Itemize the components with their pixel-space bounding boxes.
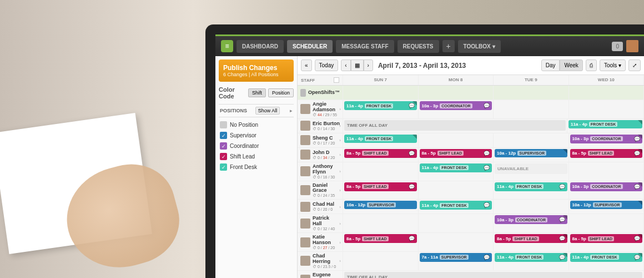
day-cell[interactable]: 10a - 3pCOORDINATOR💬 [419, 100, 494, 118]
expand-arrow-icon[interactable]: › [339, 187, 341, 192]
staff-cell[interactable]: Anthony Flynn⏱ 0 / 16 / 30› [298, 162, 343, 181]
chat-icon[interactable]: 💬 [484, 151, 490, 156]
shift-block[interactable]: 10a - 3pCOORDINATOR💬 [495, 215, 567, 224]
nav-requests[interactable]: REQUESTS [398, 40, 439, 53]
staff-cell[interactable]: Angie Adamson⏱ 44 / 29 / 55› [298, 100, 343, 118]
shift-block[interactable]: 11a - 4pFRONT DESK💬 [495, 253, 567, 262]
day-cell[interactable]: 8a - 5pSHIFT LEAD💬 [494, 233, 569, 251]
day-cell[interactable] [343, 252, 419, 270]
shift-block[interactable]: 10a - 3pCOORDINATOR💬 [570, 182, 643, 191]
timeoff-block[interactable]: TIME OFF ALL DAY [344, 120, 566, 131]
shift-block[interactable]: 8a - 5pSHIFT LEAD💬 [344, 234, 417, 243]
color-code-shift[interactable]: Shift [248, 88, 266, 97]
show-all-button[interactable]: Show All [255, 107, 280, 115]
day-cell[interactable] [419, 233, 494, 251]
expand-arrow-icon[interactable]: › [339, 240, 341, 245]
day-cell[interactable]: 11a - 4pFRONT DESK💬 [569, 252, 645, 270]
shift-block[interactable]: 8a - 5pSHIFT LEAD💬 [344, 149, 417, 158]
day-cell[interactable]: 10a - 3pCOORDINATOR💬 [569, 181, 645, 200]
expand-arrow-icon[interactable]: › [339, 204, 341, 209]
day-cell[interactable]: 11a - 4pFRONT DESK💬 [419, 200, 494, 214]
shift-block[interactable]: 11a - 4pFRONT DESK [568, 120, 642, 128]
staff-cell[interactable]: Chad Hal⏱ 0 / 20 / 0› [298, 200, 343, 214]
chat-icon[interactable]: 💬 [409, 184, 415, 190]
chat-icon[interactable]: 💬 [409, 151, 415, 156]
day-cell[interactable] [343, 214, 419, 232]
day-cell[interactable]: 11a - 4pFRONT DESK [567, 119, 644, 133]
shift-block[interactable]: 10a - 12pSUPERVISOR [344, 201, 417, 209]
positions-expand-icon[interactable]: ▸ [290, 108, 293, 113]
nav-message-staff[interactable]: MESSAGE STAFF [336, 40, 394, 53]
shift-block[interactable]: 11a - 4pFRONT DESK [344, 135, 417, 143]
day-cell[interactable] [494, 133, 569, 147]
next-week-button[interactable]: › [364, 59, 373, 71]
position-filter-item[interactable]: No Position [219, 120, 294, 130]
staff-cell[interactable]: John D⏱ 0 / 34 / 20› [298, 148, 343, 162]
publish-changes-button[interactable]: Publish Changes 6 Changes | All Position… [219, 59, 294, 82]
day-cell[interactable]: 8a - 5pSHIFT LEAD💬 [569, 148, 645, 162]
openshifts-row[interactable]: OpenShifts™ [298, 86, 644, 100]
notification-count[interactable]: 0 [612, 42, 623, 51]
day-cell[interactable]: 10a - 3pCOORDINATOR💬 [569, 133, 645, 147]
shift-block[interactable]: 11a - 4pFRONT DESK💬 [344, 101, 417, 110]
shift-block[interactable]: 11a - 4pFRONT DESK💬 [420, 201, 492, 210]
shift-block[interactable]: 10a - 12pSUPERVISOR [495, 149, 567, 157]
chat-icon[interactable]: 💬 [484, 103, 490, 108]
expand-arrow-icon[interactable]: › [339, 123, 341, 128]
day-cell[interactable] [419, 181, 494, 200]
nav-toolbox[interactable]: TOOLBOX ▾ [458, 40, 501, 53]
day-cell[interactable]: 10a - 12pSUPERVISOR [343, 200, 419, 214]
shift-block[interactable]: 10a - 3pCOORDINATOR💬 [570, 135, 643, 143]
day-cell[interactable] [569, 214, 645, 232]
select-all-checkbox[interactable] [334, 77, 339, 83]
staff-cell[interactable]: Eric Burton⏱ 0 / 14 / 30› [298, 119, 343, 133]
day-cell[interactable]: 11a - 4pFRONT DESK💬 [494, 181, 569, 200]
day-cell[interactable]: 11a - 4pFRONT DESK💬 [494, 252, 569, 270]
day-cell[interactable]: 10a - 3pCOORDINATOR💬 [494, 214, 569, 232]
day-cell[interactable]: 8a - 5pSHIFT LEAD💬 [419, 148, 494, 162]
day-cell[interactable]: 11a - 4pFRONT DESK💬 [419, 162, 494, 181]
shift-block[interactable]: 8a - 5pSHIFT LEAD💬 [570, 149, 643, 158]
day-cell[interactable]: 8a - 5pSHIFT LEAD💬 [343, 148, 419, 162]
timeoff-block[interactable]: TIME OFF ALL DAY [344, 272, 642, 278]
day-cell[interactable]: TIME OFF ALL DAY [343, 271, 644, 278]
today-button[interactable]: Today [315, 59, 339, 71]
shift-block[interactable]: 8a - 5pSHIFT LEAD💬 [420, 149, 492, 158]
day-view-button[interactable]: Day [541, 59, 560, 71]
expand-arrow-icon[interactable]: › [339, 107, 341, 112]
shift-block[interactable]: 8a - 5pSHIFT LEAD💬 [495, 234, 567, 243]
day-cell[interactable]: 10a - 12pSUPERVISOR [569, 200, 645, 214]
day-cell[interactable]: 11a - 4pFRONT DESK💬 [343, 100, 419, 118]
position-filter-item[interactable]: ✓Front Desk [219, 162, 294, 172]
user-avatar[interactable] [626, 40, 638, 52]
chat-icon[interactable]: 💬 [484, 255, 490, 260]
day-cell[interactable] [343, 162, 419, 181]
expand-arrow-icon[interactable]: › [339, 259, 341, 264]
chat-icon[interactable]: 💬 [484, 202, 490, 208]
day-cell[interactable] [494, 200, 569, 214]
position-filter-item[interactable]: ✓Shift Lead [219, 151, 294, 162]
shift-block[interactable]: 10a - 3pCOORDINATOR💬 [420, 101, 492, 110]
day-cell[interactable]: 8a - 5pSHIFT LEAD💬 [343, 233, 419, 251]
staff-cell[interactable]: Daniel Grace⏱ 0 / 24 / 35› [298, 181, 343, 200]
nav-dashboard[interactable]: DASHBOARD [237, 40, 284, 53]
expand-arrow-icon[interactable]: › [339, 138, 341, 143]
fullscreen-button[interactable]: ⤢ [628, 59, 641, 71]
position-filter-item[interactable]: ✓Supervisor [219, 130, 294, 141]
day-cell[interactable] [569, 100, 645, 118]
staff-cell[interactable]: Sheng C⏱ 0 / 17 / 20› [298, 133, 343, 147]
chat-icon[interactable]: 💬 [409, 236, 415, 241]
nav-add[interactable]: + [442, 40, 455, 52]
collapse-sidebar-button[interactable]: « [301, 59, 312, 71]
staff-cell[interactable]: Patrick Hall⏱ 0 / 32 / 40› [298, 214, 343, 232]
day-cell[interactable]: TIME OFF ALL DAY [343, 119, 567, 133]
shift-block[interactable]: 11a - 4pFRONT DESK💬 [420, 163, 492, 172]
expand-arrow-icon[interactable]: › [339, 169, 341, 174]
prev-week-button[interactable]: ‹ [341, 59, 350, 71]
shift-block[interactable]: 7a - 11aSUPERVISOR💬 [420, 253, 492, 262]
print-button[interactable]: ⎙ [586, 59, 597, 71]
color-code-position[interactable]: Position [268, 88, 294, 97]
shift-block[interactable]: 8a - 5pSHIFT LEAD💬 [344, 182, 417, 191]
chat-icon[interactable]: 💬 [484, 165, 490, 171]
expand-arrow-icon[interactable]: › [339, 221, 341, 226]
